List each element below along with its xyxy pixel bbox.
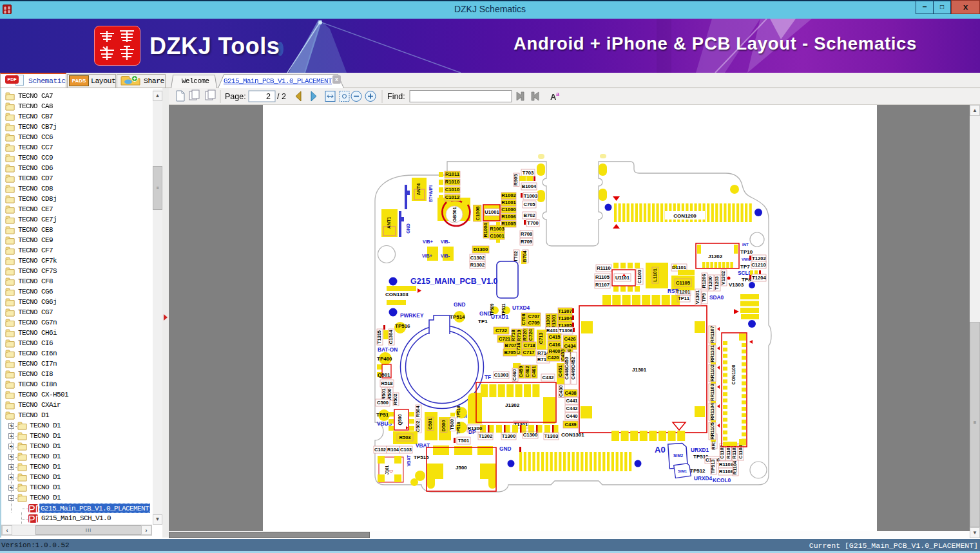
svg-text:C442: C442 xyxy=(566,406,577,411)
svg-text:C724: C724 xyxy=(528,329,533,341)
svg-text:C459: C459 xyxy=(518,366,524,377)
svg-text:R1206: R1206 xyxy=(701,274,707,288)
svg-text:C1103: C1103 xyxy=(637,270,642,283)
svg-text:C426: C426 xyxy=(564,336,575,342)
svg-text:R709: R709 xyxy=(521,239,532,245)
svg-text:T1003: T1003 xyxy=(524,193,538,199)
svg-text:Q500: Q500 xyxy=(398,414,403,425)
svg-text:RR1105: RR1105 xyxy=(709,422,715,440)
svg-text:U1001: U1001 xyxy=(485,209,499,215)
svg-text:RR1103: RR1103 xyxy=(709,384,715,401)
svg-text:C1302: C1302 xyxy=(470,255,485,261)
svg-text:L1101: L1101 xyxy=(652,268,658,282)
svg-text:C1105: C1105 xyxy=(676,280,691,286)
svg-text:VIB-: VIB- xyxy=(441,239,450,244)
svg-text:R501: R501 xyxy=(381,388,387,400)
svg-text:T700: T700 xyxy=(527,220,538,226)
svg-text:RR1102: RR1102 xyxy=(709,364,715,382)
svg-text:PWRKEY: PWRKEY xyxy=(400,312,424,319)
svg-text:GND: GND xyxy=(499,445,511,452)
svg-text:R504: R504 xyxy=(415,406,421,418)
svg-text:RR1104: RR1104 xyxy=(709,402,715,420)
svg-text:R518: R518 xyxy=(381,380,392,386)
svg-text:TP513: TP513 xyxy=(710,460,716,474)
svg-text:R1107: R1107 xyxy=(595,282,610,288)
svg-text:V1301: V1301 xyxy=(695,290,700,304)
svg-text:TP400: TP400 xyxy=(377,356,392,362)
svg-text:V1302: V1302 xyxy=(720,271,726,285)
svg-text:T702: T702 xyxy=(513,251,519,262)
svg-text:C705: C705 xyxy=(523,202,535,207)
svg-text:C1012: C1012 xyxy=(445,194,459,200)
svg-text:R1003: R1003 xyxy=(490,226,504,232)
svg-text:ANT4: ANT4 xyxy=(416,183,421,195)
svg-text:C430: C430 xyxy=(558,385,564,397)
svg-text:C1301: C1301 xyxy=(545,315,551,329)
svg-text:T1203: T1203 xyxy=(714,276,720,290)
svg-text:TP514: TP514 xyxy=(450,314,465,320)
svg-text:C1303: C1303 xyxy=(494,372,508,378)
svg-text:Page:: Page: xyxy=(225,92,246,101)
svg-text:T1315: T1315 xyxy=(376,330,382,344)
svg-text:T1200: T1200 xyxy=(707,276,713,290)
svg-text:a: a xyxy=(556,91,560,97)
svg-text:2: 2 xyxy=(266,92,271,101)
svg-text:/ 2: / 2 xyxy=(277,92,286,101)
svg-text:B707: B707 xyxy=(504,342,516,348)
svg-text:C502: C502 xyxy=(415,420,421,432)
svg-text:C461: C461 xyxy=(531,366,537,377)
svg-text:C1008: C1008 xyxy=(475,207,481,221)
svg-text:C439: C439 xyxy=(564,422,576,427)
svg-text:C415: C415 xyxy=(548,334,561,340)
svg-text:T1302: T1302 xyxy=(479,433,493,439)
svg-text:T500: T500 xyxy=(449,419,455,430)
svg-text:R905: R905 xyxy=(513,174,519,185)
svg-text:TF: TF xyxy=(485,374,491,380)
svg-text:TP11: TP11 xyxy=(678,295,690,301)
svg-text:BAT-ON: BAT-ON xyxy=(378,346,398,353)
svg-text:D1101: D1101 xyxy=(672,265,687,270)
svg-text:Q501: Q501 xyxy=(378,372,390,378)
svg-text:R1110: R1110 xyxy=(597,265,611,271)
svg-text:B704: B704 xyxy=(522,250,528,263)
svg-text:R1011: R1011 xyxy=(445,171,460,177)
svg-text:C1304: C1304 xyxy=(388,330,394,344)
svg-text:V1303: V1303 xyxy=(729,282,744,288)
svg-text:T1306: T1306 xyxy=(559,328,573,333)
svg-text:C1010: C1010 xyxy=(445,187,459,192)
svg-text:A0: A0 xyxy=(655,445,666,455)
svg-text:GND: GND xyxy=(454,301,465,308)
svg-text:C449C452: C449C452 xyxy=(570,357,576,379)
svg-text:B702: B702 xyxy=(523,212,535,218)
svg-text:R502: R502 xyxy=(392,393,398,405)
svg-text:J101: J101 xyxy=(385,465,389,474)
svg-text:C717: C717 xyxy=(523,350,534,355)
svg-text:R720: R720 xyxy=(522,329,528,341)
svg-text:R1010: R1010 xyxy=(445,179,459,185)
svg-text:TP516: TP516 xyxy=(395,323,410,329)
svg-text:TP9: TP9 xyxy=(701,293,707,302)
svg-text:R1302: R1302 xyxy=(470,262,485,268)
svg-text:T501: T501 xyxy=(458,438,470,444)
svg-text:B1004: B1004 xyxy=(522,183,537,189)
svg-text:C420: C420 xyxy=(547,355,559,361)
svg-text:TP519: TP519 xyxy=(456,422,461,435)
svg-text:R1004: R1004 xyxy=(483,223,488,238)
svg-text:C103: C103 xyxy=(400,447,412,453)
svg-text:R1104: R1104 xyxy=(732,460,738,474)
svg-text:R718: R718 xyxy=(510,330,516,341)
svg-text:VIB+: VIB+ xyxy=(423,239,433,244)
svg-text:R1103: R1103 xyxy=(719,462,733,467)
svg-text:T1202: T1202 xyxy=(752,256,766,261)
svg-text:VBAT: VBAT xyxy=(407,455,411,466)
svg-text:R104: R104 xyxy=(387,447,399,453)
svg-text:C102: C102 xyxy=(374,447,386,453)
svg-text:TP1: TP1 xyxy=(478,319,488,324)
svg-text:C1000: C1000 xyxy=(501,207,515,212)
svg-text:CON1303: CON1303 xyxy=(385,292,408,297)
svg-text:R1001: R1001 xyxy=(501,200,516,205)
svg-text:R1006: R1006 xyxy=(501,214,515,220)
svg-text:C718: C718 xyxy=(523,342,535,348)
svg-text:C440: C440 xyxy=(566,413,577,419)
svg-text:C460: C460 xyxy=(512,369,517,380)
